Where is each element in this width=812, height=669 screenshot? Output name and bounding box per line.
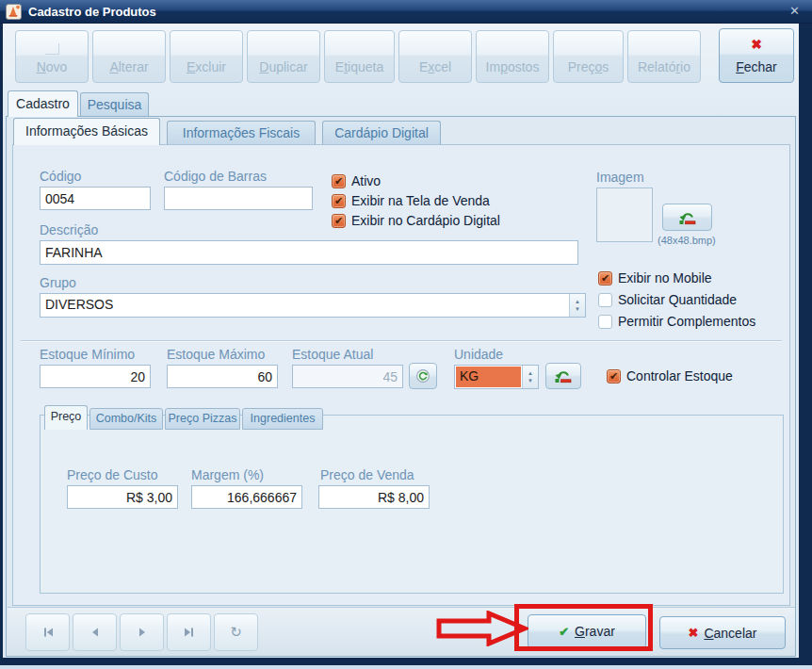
grupo-value: DIVERSOS [41, 295, 568, 316]
permitir-complementos-label: Permitir Complementos [618, 314, 755, 329]
tab-preco-pizzas[interactable]: Preço Pizzas [165, 408, 240, 430]
checkbox-exibir-cardapio-digital[interactable]: ✔ [332, 214, 346, 228]
nav-last-button[interactable] [167, 613, 211, 651]
estoque-atual-label: Estoque Atual [292, 347, 373, 362]
estoque-minimo-input[interactable] [40, 365, 151, 388]
arrow-annotation [436, 611, 528, 646]
excluir-button[interactable]: Excluir [170, 30, 243, 83]
descricao-input[interactable] [40, 240, 578, 265]
imagem-label: Imagem [596, 170, 644, 185]
tab-combo-kits[interactable]: Combo/Kits [89, 408, 163, 430]
alterar-button[interactable]: Alterar [92, 30, 166, 83]
grupo-combobox[interactable]: DIVERSOS ▲ ▼ [40, 293, 586, 318]
subtab-cardapio-digital[interactable]: Cardápio Digital [322, 121, 441, 145]
nav-prev-icon [88, 625, 103, 640]
excluir-label: Excluir [171, 59, 242, 74]
novo-button[interactable]: Novo [15, 30, 89, 83]
nav-next-button[interactable] [120, 613, 164, 651]
window-body: Novo Alterar Excluir Duplicar Etiqueta E… [3, 24, 799, 658]
window-frame-bottom [0, 665, 812, 669]
nav-first-icon [41, 625, 56, 640]
imagem-preview-box [596, 188, 653, 242]
estoque-maximo-label: Estoque Máximo [167, 347, 265, 362]
preco-custo-label: Preço de Custo [67, 467, 158, 482]
nav-refresh-button[interactable]: ↻ [214, 613, 258, 651]
preco-venda-input[interactable] [318, 485, 430, 509]
codigo-barras-label: Código de Barras [164, 169, 267, 184]
precos-button[interactable]: Preços [553, 30, 624, 83]
cancelar-x-icon: ✖ [689, 626, 699, 640]
relatorio-label: Relatório [628, 59, 700, 74]
nav-refresh-icon: ↻ [230, 624, 242, 641]
novo-label: Novo [16, 59, 88, 74]
unidade-value: KG [456, 367, 521, 387]
codigo-input[interactable] [40, 187, 151, 210]
cancelar-label: Cancelar [704, 626, 756, 641]
app-icon [6, 4, 22, 20]
fechar-button[interactable]: ✖ Fechar [719, 28, 794, 83]
spin-up-icon: ▲ [575, 299, 580, 304]
duplicar-label: Duplicar [248, 59, 319, 74]
preco-groupbox: Preço Combo/Kits Preço Pizzas Ingredient… [40, 415, 784, 594]
bottom-bar: ↻ ✔ Gravar ✖ Cancelar [8, 607, 795, 656]
novo-icon [45, 43, 59, 55]
controlar-estoque-label: Controlar Estoque [626, 368, 733, 383]
subtab-informacoes-fiscais[interactable]: Informações Fiscais [167, 121, 316, 145]
unidade-label: Unidade [454, 347, 503, 362]
checkbox-exibir-tela-venda[interactable]: ✔ [332, 194, 346, 208]
alterar-label: Alterar [93, 59, 165, 74]
tab-ingredientes[interactable]: Ingredientes [242, 408, 323, 430]
ativo-label: Ativo [351, 173, 381, 188]
impostos-label: Impostos [477, 59, 548, 74]
impostos-button[interactable]: Impostos [476, 30, 549, 83]
relatorio-button[interactable]: Relatório [627, 30, 701, 83]
nav-next-icon [135, 625, 150, 640]
imagem-hint: (48x48.bmp) [658, 235, 716, 246]
upload-image-icon [678, 210, 697, 225]
estoque-maximo-input[interactable] [167, 365, 278, 388]
window-close-icon[interactable]: ✕ [789, 4, 800, 18]
exibir-tela-venda-label: Exibir na Tela de Venda [351, 193, 490, 208]
recalcular-estoque-button[interactable] [409, 363, 437, 389]
separator [21, 340, 782, 342]
tab-cadastro[interactable]: Cadastro [8, 90, 78, 117]
preco-venda-label: Preço de Venda [320, 467, 414, 482]
tab-preco[interactable]: Preço [44, 405, 88, 430]
cancelar-button[interactable]: ✖ Cancelar [659, 616, 786, 649]
fechar-x-icon: ✖ [720, 38, 793, 51]
excel-label: Excel [399, 59, 471, 74]
etiqueta-label: Etiqueta [325, 59, 394, 74]
grupo-label: Grupo [40, 275, 76, 290]
margem-label: Margem (%) [191, 467, 264, 482]
unidade-spinner[interactable]: ▲ ▼ [522, 366, 538, 388]
spin-down-icon: ▼ [528, 378, 533, 383]
checkbox-permitir-complementos[interactable] [598, 315, 612, 329]
solicitar-quantidade-label: Solicitar Quantidade [618, 292, 737, 307]
nav-last-icon [182, 625, 197, 640]
unidade-combobox[interactable]: KG ▲ ▼ [454, 365, 539, 389]
upload-image-button[interactable] [662, 204, 712, 231]
descricao-label: Descrição [40, 222, 98, 237]
estoque-minimo-label: Estoque Mínimo [40, 347, 135, 362]
titlebar: Cadastro de Produtos ✕ [0, 0, 812, 24]
informacoes-basicas-page: Código Código de Barras ✔ Ativo ✔ Exibir… [12, 144, 790, 606]
duplicar-button[interactable]: Duplicar [247, 30, 320, 83]
refresh-circle-icon [415, 367, 430, 384]
highlight-rectangle-annotation [514, 604, 653, 651]
fechar-label: Fechar [720, 59, 793, 74]
margem-input[interactable] [191, 485, 302, 509]
codigo-barras-input[interactable] [164, 187, 313, 210]
nav-first-button[interactable] [25, 613, 70, 651]
checkbox-solicitar-quantidade[interactable] [598, 293, 612, 307]
excel-button[interactable]: Excel [398, 30, 472, 83]
subtab-informacoes-basicas[interactable]: Informações Básicas [13, 118, 160, 145]
etiqueta-button[interactable]: Etiqueta [324, 30, 395, 83]
nav-prev-button[interactable] [73, 613, 117, 651]
editar-unidade-button[interactable] [545, 363, 581, 389]
checkbox-exibir-mobile[interactable]: ✔ [598, 271, 612, 286]
preco-custo-input[interactable] [67, 485, 178, 509]
checkbox-ativo[interactable]: ✔ [332, 174, 346, 188]
checkbox-controlar-estoque[interactable]: ✔ [607, 369, 621, 383]
tab-pesquisa[interactable]: Pesquisa [80, 92, 149, 117]
grupo-spinner[interactable]: ▲ ▼ [569, 294, 585, 317]
